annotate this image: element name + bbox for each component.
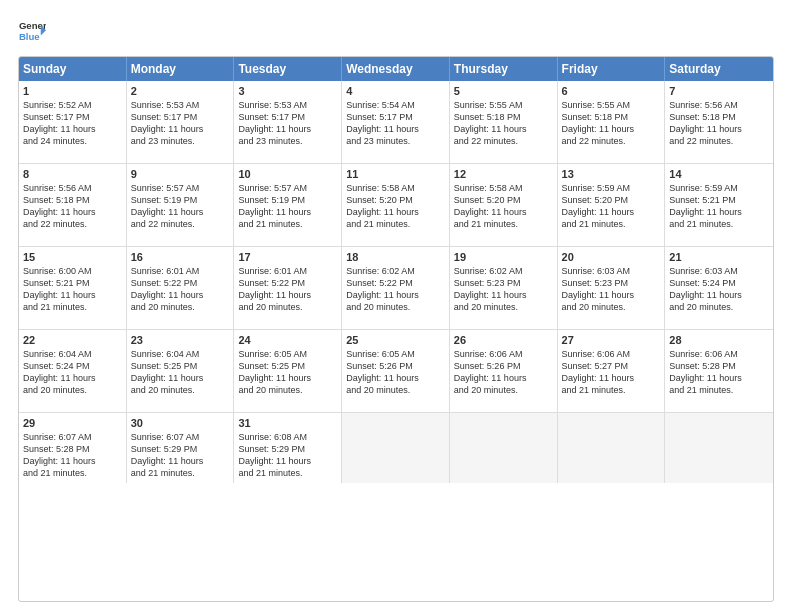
day-cell-21: 21Sunrise: 6:03 AMSunset: 5:24 PMDayligh… xyxy=(665,247,773,329)
day-number: 16 xyxy=(131,251,230,263)
day-cell-11: 11Sunrise: 5:58 AMSunset: 5:20 PMDayligh… xyxy=(342,164,450,246)
cell-line: Sunset: 5:18 PM xyxy=(562,111,661,123)
cell-line: Sunrise: 5:55 AM xyxy=(454,99,553,111)
cell-line: Sunset: 5:21 PM xyxy=(23,277,122,289)
cell-line: Daylight: 11 hours xyxy=(669,123,769,135)
day-cell-4: 4Sunrise: 5:54 AMSunset: 5:17 PMDaylight… xyxy=(342,81,450,163)
day-number: 18 xyxy=(346,251,445,263)
day-cell-20: 20Sunrise: 6:03 AMSunset: 5:23 PMDayligh… xyxy=(558,247,666,329)
cell-line: Daylight: 11 hours xyxy=(669,372,769,384)
day-number: 14 xyxy=(669,168,769,180)
calendar: SundayMondayTuesdayWednesdayThursdayFrid… xyxy=(18,56,774,602)
header-day-tuesday: Tuesday xyxy=(234,57,342,81)
day-number: 11 xyxy=(346,168,445,180)
cell-line: Sunrise: 5:57 AM xyxy=(238,182,337,194)
day-cell-31: 31Sunrise: 6:08 AMSunset: 5:29 PMDayligh… xyxy=(234,413,342,483)
calendar-week-1: 1Sunrise: 5:52 AMSunset: 5:17 PMDaylight… xyxy=(19,81,773,164)
header-day-monday: Monday xyxy=(127,57,235,81)
calendar-body: 1Sunrise: 5:52 AMSunset: 5:17 PMDaylight… xyxy=(19,81,773,483)
day-number: 4 xyxy=(346,85,445,97)
cell-line: and 20 minutes. xyxy=(23,384,122,396)
cell-line: Sunrise: 6:03 AM xyxy=(669,265,769,277)
day-number: 15 xyxy=(23,251,122,263)
cell-line: Sunset: 5:22 PM xyxy=(346,277,445,289)
day-cell-17: 17Sunrise: 6:01 AMSunset: 5:22 PMDayligh… xyxy=(234,247,342,329)
cell-line: Sunset: 5:28 PM xyxy=(669,360,769,372)
cell-line: and 21 minutes. xyxy=(562,218,661,230)
empty-cell xyxy=(665,413,773,483)
day-number: 19 xyxy=(454,251,553,263)
cell-line: Sunrise: 6:08 AM xyxy=(238,431,337,443)
cell-line: and 21 minutes. xyxy=(346,218,445,230)
day-number: 1 xyxy=(23,85,122,97)
cell-line: Sunset: 5:20 PM xyxy=(562,194,661,206)
cell-line: Sunrise: 5:59 AM xyxy=(669,182,769,194)
cell-line: Daylight: 11 hours xyxy=(346,206,445,218)
day-number: 29 xyxy=(23,417,122,429)
cell-line: Daylight: 11 hours xyxy=(238,289,337,301)
cell-line: Sunset: 5:24 PM xyxy=(669,277,769,289)
cell-line: Sunrise: 6:02 AM xyxy=(346,265,445,277)
logo-icon: General Blue xyxy=(18,18,46,46)
cell-line: and 21 minutes. xyxy=(669,384,769,396)
cell-line: and 24 minutes. xyxy=(23,135,122,147)
day-number: 8 xyxy=(23,168,122,180)
header-day-thursday: Thursday xyxy=(450,57,558,81)
day-cell-14: 14Sunrise: 5:59 AMSunset: 5:21 PMDayligh… xyxy=(665,164,773,246)
cell-line: and 23 minutes. xyxy=(238,135,337,147)
cell-line: and 21 minutes. xyxy=(238,218,337,230)
cell-line: Sunset: 5:17 PM xyxy=(346,111,445,123)
cell-line: Daylight: 11 hours xyxy=(346,123,445,135)
cell-line: and 22 minutes. xyxy=(131,218,230,230)
cell-line: Sunset: 5:22 PM xyxy=(238,277,337,289)
cell-line: Sunrise: 6:02 AM xyxy=(454,265,553,277)
cell-line: Daylight: 11 hours xyxy=(238,123,337,135)
cell-line: Sunrise: 6:01 AM xyxy=(238,265,337,277)
cell-line: Daylight: 11 hours xyxy=(346,372,445,384)
cell-line: and 22 minutes. xyxy=(562,135,661,147)
cell-line: Daylight: 11 hours xyxy=(23,206,122,218)
cell-line: Sunset: 5:20 PM xyxy=(346,194,445,206)
cell-line: Sunrise: 5:53 AM xyxy=(131,99,230,111)
day-number: 25 xyxy=(346,334,445,346)
cell-line: Sunrise: 6:03 AM xyxy=(562,265,661,277)
cell-line: Sunrise: 6:06 AM xyxy=(669,348,769,360)
day-cell-2: 2Sunrise: 5:53 AMSunset: 5:17 PMDaylight… xyxy=(127,81,235,163)
day-number: 3 xyxy=(238,85,337,97)
day-number: 12 xyxy=(454,168,553,180)
cell-line: Sunrise: 5:55 AM xyxy=(562,99,661,111)
cell-line: Sunrise: 6:01 AM xyxy=(131,265,230,277)
day-cell-28: 28Sunrise: 6:06 AMSunset: 5:28 PMDayligh… xyxy=(665,330,773,412)
day-cell-22: 22Sunrise: 6:04 AMSunset: 5:24 PMDayligh… xyxy=(19,330,127,412)
cell-line: Daylight: 11 hours xyxy=(131,372,230,384)
cell-line: Daylight: 11 hours xyxy=(346,289,445,301)
cell-line: Daylight: 11 hours xyxy=(669,289,769,301)
header: General Blue xyxy=(18,18,774,46)
cell-line: and 20 minutes. xyxy=(238,384,337,396)
cell-line: and 23 minutes. xyxy=(346,135,445,147)
empty-cell xyxy=(342,413,450,483)
cell-line: Sunrise: 5:58 AM xyxy=(454,182,553,194)
cell-line: Daylight: 11 hours xyxy=(238,372,337,384)
cell-line: and 21 minutes. xyxy=(669,218,769,230)
day-cell-9: 9Sunrise: 5:57 AMSunset: 5:19 PMDaylight… xyxy=(127,164,235,246)
cell-line: Sunrise: 6:04 AM xyxy=(131,348,230,360)
day-cell-1: 1Sunrise: 5:52 AMSunset: 5:17 PMDaylight… xyxy=(19,81,127,163)
cell-line: Sunrise: 5:56 AM xyxy=(23,182,122,194)
day-cell-7: 7Sunrise: 5:56 AMSunset: 5:18 PMDaylight… xyxy=(665,81,773,163)
cell-line: Sunrise: 6:00 AM xyxy=(23,265,122,277)
cell-line: Sunrise: 5:53 AM xyxy=(238,99,337,111)
cell-line: Sunrise: 5:54 AM xyxy=(346,99,445,111)
cell-line: Sunrise: 6:07 AM xyxy=(131,431,230,443)
cell-line: Daylight: 11 hours xyxy=(23,455,122,467)
day-number: 23 xyxy=(131,334,230,346)
cell-line: and 20 minutes. xyxy=(131,301,230,313)
cell-line: Sunset: 5:21 PM xyxy=(669,194,769,206)
cell-line: Daylight: 11 hours xyxy=(131,455,230,467)
cell-line: Sunrise: 6:06 AM xyxy=(562,348,661,360)
day-number: 21 xyxy=(669,251,769,263)
cell-line: Sunset: 5:26 PM xyxy=(346,360,445,372)
cell-line: and 20 minutes. xyxy=(238,301,337,313)
day-cell-27: 27Sunrise: 6:06 AMSunset: 5:27 PMDayligh… xyxy=(558,330,666,412)
calendar-week-4: 22Sunrise: 6:04 AMSunset: 5:24 PMDayligh… xyxy=(19,330,773,413)
